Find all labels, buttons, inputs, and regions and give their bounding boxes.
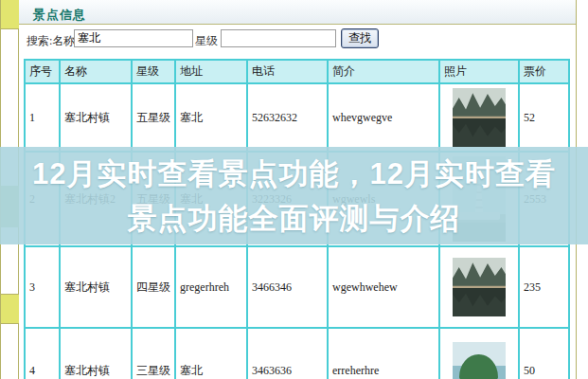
promo-title-line1: 12月实时查看景点功能，12月实时查看 bbox=[32, 152, 556, 196]
table-row[interactable]: 4 塞北村镇 三星级 塞北 3463636 erreherhre 50 bbox=[25, 328, 569, 379]
cell-seq: 3 bbox=[25, 246, 60, 328]
search-name-input[interactable] bbox=[74, 29, 193, 47]
table-row[interactable]: 3 塞北村镇 四星级 gregerhreh 3466346 wgewhwehew… bbox=[25, 246, 569, 328]
cell-phone: 52632632 bbox=[247, 83, 328, 152]
cell-price: 235 bbox=[519, 246, 569, 328]
search-name-label: 搜索:名称: bbox=[27, 33, 79, 49]
cell-address: 塞北 bbox=[175, 83, 247, 152]
search-button[interactable]: 查找 bbox=[341, 28, 379, 48]
cell-phone: 3466346 bbox=[247, 246, 328, 328]
header-intro: 简介 bbox=[328, 60, 439, 83]
cell-seq: 4 bbox=[25, 328, 60, 379]
spot-photo bbox=[453, 342, 506, 379]
cell-intro: whevgwegve bbox=[328, 83, 439, 152]
cell-intro: erreherhre bbox=[328, 328, 439, 379]
nav-item-highlight-low[interactable] bbox=[1, 294, 19, 324]
star-level-label: 星级 bbox=[195, 33, 218, 49]
header-seq: 序号 bbox=[25, 60, 60, 83]
promo-overlay-banner: 12月实时查看景点功能，12月实时查看 景点功能全面评测与介绍 bbox=[0, 147, 588, 244]
header-photo: 照片 bbox=[439, 60, 519, 83]
table-header-row: 序号 名称 星级 地址 电话 简介 照片 票价 bbox=[25, 60, 569, 83]
spot-photo bbox=[453, 258, 506, 316]
cell-photo bbox=[439, 328, 519, 379]
spot-photo bbox=[453, 88, 506, 147]
cell-price: 52 bbox=[519, 83, 569, 152]
cell-address: gregerhreh bbox=[175, 246, 247, 328]
cell-name: 塞北村镇 bbox=[60, 328, 132, 379]
table-row[interactable]: 1 塞北村镇 五星级 塞北 52632632 whevgwegve 52 bbox=[25, 83, 569, 152]
star-level-input[interactable] bbox=[221, 29, 336, 47]
cell-phone: 3463636 bbox=[247, 328, 328, 379]
header-address: 地址 bbox=[175, 60, 247, 83]
header-star: 星级 bbox=[132, 60, 175, 83]
header-phone: 电话 bbox=[247, 60, 328, 83]
scenic-spot-app: 景点信息 搜索:名称: 星级 查找 序号 名称 星级 地址 电话 简介 bbox=[0, 0, 588, 379]
cell-address: 塞北 bbox=[175, 328, 247, 379]
cell-star: 三星级 bbox=[132, 328, 175, 379]
cell-name: 塞北村镇 bbox=[60, 246, 132, 328]
page-title: 景点信息 bbox=[33, 8, 86, 22]
cell-name: 塞北村镇 bbox=[60, 83, 132, 152]
promo-title-line2: 景点功能全面评测与介绍 bbox=[128, 196, 461, 241]
search-bar: 搜索:名称: 星级 查找 bbox=[19, 25, 576, 53]
nav-item-highlight-top[interactable] bbox=[1, 0, 19, 29]
cell-star: 五星级 bbox=[132, 83, 175, 152]
cell-photo bbox=[439, 83, 519, 152]
cell-intro: wgewhwehew bbox=[328, 246, 439, 328]
panel-title-bar: 景点信息 bbox=[19, 0, 576, 25]
header-price: 票价 bbox=[519, 60, 569, 83]
cell-seq: 1 bbox=[25, 83, 60, 152]
cell-star: 四星级 bbox=[132, 246, 175, 328]
cell-price: 50 bbox=[519, 328, 569, 379]
header-name: 名称 bbox=[60, 60, 132, 83]
cell-photo bbox=[439, 246, 519, 328]
